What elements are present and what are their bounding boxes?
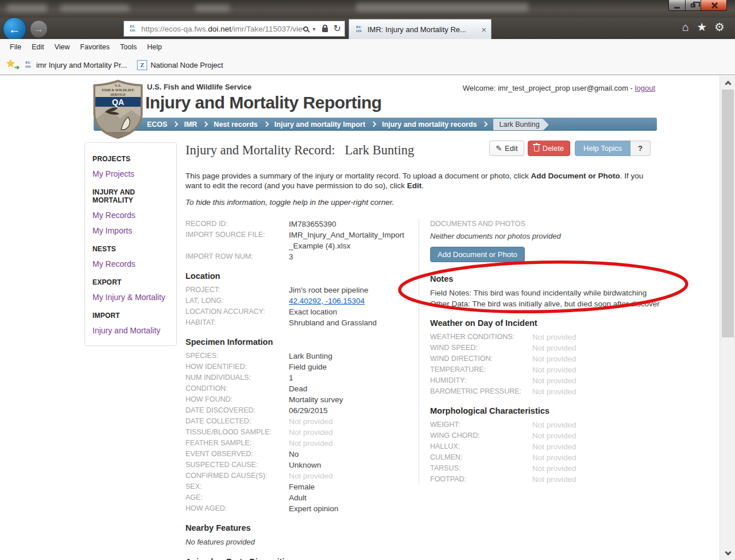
ecos-favicon: ECOS [23, 61, 33, 69]
agency-name: U.S. Fish and Wildlife Service [147, 83, 252, 91]
detail-row: WIND DIRECTION:Not provided [430, 353, 652, 364]
detail-row: TARSUS:Not provided [430, 463, 652, 474]
sidebar: PROJECTS My Projects INJURY AND MORTALIT… [84, 142, 177, 346]
sidebar-item-my-projects[interactable]: My Projects [92, 169, 172, 178]
menu-favorites[interactable]: Favorites [75, 41, 115, 53]
ecos-favicon: ECOS [127, 25, 138, 33]
tab-close-icon[interactable]: × [481, 25, 486, 34]
sidebar-heading-import: IMPORT [92, 312, 172, 320]
lock-icon [322, 28, 328, 32]
import-source-file-value: IMR_Injury_And_Mortality_Import_Example … [289, 230, 408, 251]
page-title: Injury and Mortality Record:Lark Bunting [185, 143, 414, 157]
add-favorite-icon[interactable]: ★ ➔ [6, 59, 18, 71]
delete-button[interactable]: Delete [528, 141, 571, 156]
sidebar-heading-projects: PROJECTS [92, 155, 172, 163]
import-row-num-value: 3 [289, 251, 293, 262]
chevron-right-icon [371, 122, 377, 127]
sidebar-heading-nests: NESTS [92, 245, 172, 253]
scrollbar-thumb[interactable] [722, 90, 734, 337]
detail-row: TEMPERATURE:Not provided [430, 364, 652, 375]
menu-help[interactable]: Help [142, 41, 167, 53]
sidebar-heading-injury-mortality: INJURY AND MORTALITY [92, 188, 172, 204]
section-heading-morphology: Morphological Characteristics [430, 405, 652, 417]
home-icon[interactable]: ⌂ [682, 21, 689, 33]
detail-row: HOW IDENTIFIED:Field guide [185, 361, 408, 372]
sidebar-item-nest-records[interactable]: My Records [92, 259, 172, 269]
detail-row: FOOTPAD:Not provided [430, 474, 652, 485]
details-left-column: RECORD ID:IM783655390 IMPORT SOURCE FILE… [185, 219, 419, 560]
help-topics-button[interactable]: Help Topics [575, 141, 630, 156]
detail-row: LOCATION ACCURACY:Exact location [185, 306, 408, 317]
page-scrollbar[interactable] [719, 76, 735, 560]
svg-text:SERVICE: SERVICE [110, 93, 125, 96]
detail-row: WEIGHT:Not provided [430, 419, 652, 430]
breadcrumb-records[interactable]: Injury and mortality records [382, 120, 477, 129]
breadcrumb: ECOS IMR Nest records Injury and mortali… [94, 118, 657, 131]
breadcrumb-ecos[interactable]: ECOS [147, 120, 167, 129]
sidebar-item-export-injury-mortality[interactable]: My Injury & Mortality [92, 293, 172, 302]
menu-view[interactable]: View [49, 41, 75, 53]
favorite-national-node-link[interactable]: Z National Node Project [137, 60, 223, 70]
logout-link[interactable]: logout [635, 84, 655, 92]
nearby-features-note: No features provided [185, 536, 408, 547]
lat-long-link[interactable]: 42.40292, -106.15304 [289, 297, 365, 305]
sidebar-item-my-imports[interactable]: My Imports [92, 226, 172, 235]
sidebar-heading-export: EXPORT [92, 278, 172, 286]
favorite-label: National Node Project [150, 61, 223, 69]
detail-row: WIND SPEED:Not provided [430, 343, 652, 353]
detail-row: HALLUX:Not provided [430, 441, 652, 452]
documents-photos-label: DOCUMENTS AND PHOTOS [430, 219, 652, 230]
sidebar-item-import-injury-mortality[interactable]: Injury and Mortality [92, 326, 172, 335]
browser-window: ← → ECOS https://ecos-qa.fws.doi.net/imr… [0, 0, 735, 560]
section-heading-notes: Notes [430, 273, 652, 285]
sidebar-item-my-records[interactable]: My Records [92, 211, 172, 220]
refresh-icon[interactable]: ↻ [334, 24, 341, 33]
window-titlebar [0, 0, 735, 18]
breadcrumb-imr[interactable]: IMR [184, 120, 197, 129]
forward-button[interactable]: → [30, 20, 48, 38]
chevron-up-icon [725, 80, 731, 87]
menu-tools[interactable]: Tools [115, 41, 142, 53]
chevron-down-icon[interactable]: ▾ [313, 26, 316, 32]
forward-arrow-icon: → [34, 24, 44, 34]
close-icon [710, 2, 718, 9]
intro-paragraph: This page provides a summary of the inju… [185, 171, 652, 190]
chevron-down-icon [725, 549, 731, 555]
menu-edit[interactable]: Edit [26, 41, 49, 53]
breadcrumb-nest-records[interactable]: Nest records [214, 120, 257, 129]
scroll-down-button[interactable] [722, 546, 734, 559]
favorites-star-icon[interactable]: ★ [697, 21, 707, 33]
minimize-button[interactable] [668, 0, 686, 11]
edit-button[interactable]: ✎Edit [489, 141, 524, 156]
breadcrumb-import[interactable]: Injury and mortality Import [274, 120, 365, 129]
browser-navbar: ← → ECOS https://ecos-qa.fws.doi.net/imr… [0, 18, 735, 39]
field-notes-line: Field Notes: This bird was found inciden… [430, 287, 652, 298]
scroll-up-button[interactable] [722, 76, 734, 90]
blurred-background [356, 3, 528, 11]
address-bar[interactable]: ECOS https://ecos-qa.fws.doi.net/imr/Tak… [123, 21, 345, 37]
detail-row: EVENT OBSERVED:No [185, 449, 408, 460]
restore-button[interactable] [685, 0, 701, 11]
search-icon[interactable] [303, 26, 308, 32]
menu-file[interactable]: File [5, 41, 26, 53]
detail-row: TISSUE/BLOOD SAMPLE:Not provided [185, 427, 408, 438]
chevron-right-icon [482, 122, 488, 127]
chevron-right-icon [203, 122, 208, 127]
browser-tab[interactable]: ECOS IMR: Injury and Mortality Re... × [349, 19, 492, 39]
fws-qa-logo: U.S. FISH & WILDLIFE SERVICE QA [91, 79, 145, 140]
close-button[interactable] [701, 0, 727, 11]
favorite-label: imr Injury and Mortality Pr... [36, 61, 127, 69]
back-button[interactable]: ← [3, 17, 26, 41]
help-question-button[interactable]: ? [630, 141, 651, 156]
app-title: Injury and Mortality Reporting [145, 93, 382, 112]
favorite-imr-link[interactable]: ECOS imr Injury and Mortality Pr... [23, 61, 127, 69]
section-heading-disposition: Animal or Parts Disposition [185, 556, 408, 560]
detail-row: BAROMETRIC PRESSURE:Not provided [430, 386, 652, 397]
record-details: RECORD ID:IM783655390 IMPORT SOURCE FILE… [185, 219, 652, 560]
menu-bar: File Edit View Favorites Tools Help [0, 39, 735, 55]
gear-icon[interactable]: ⚙ [714, 21, 725, 33]
url-text[interactable]: https://ecos-qa.fws.doi.net/imr/Take/115… [141, 25, 303, 33]
other-data-line: Other Data: The bird was initially alive… [430, 298, 652, 309]
svg-text:U.S.: U.S. [115, 84, 121, 87]
add-document-button[interactable]: Add Document or Photo [430, 247, 525, 262]
